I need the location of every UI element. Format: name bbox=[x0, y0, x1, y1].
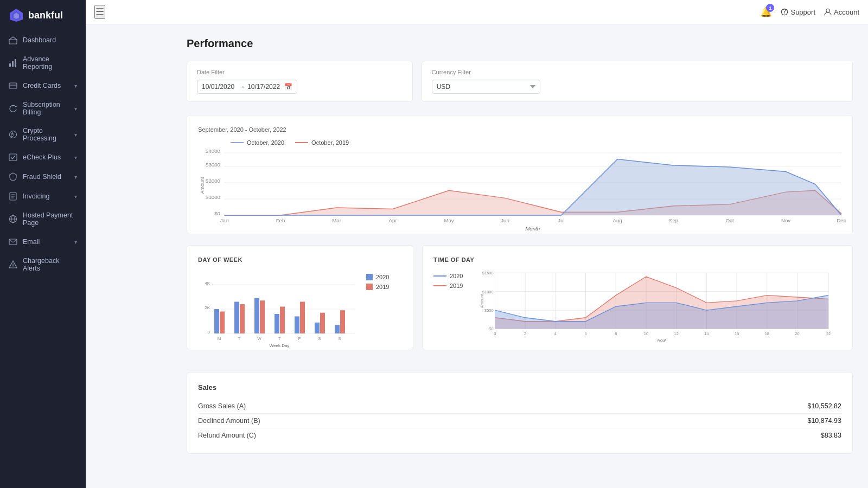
bar-legend-color-2019 bbox=[366, 284, 373, 290]
svg-rect-68 bbox=[320, 313, 325, 333]
svg-text:$3000: $3000 bbox=[206, 162, 220, 168]
time-chart-content: 2020 2019 $0 $500 $1000 $1500 Amount bbox=[433, 268, 841, 339]
svg-text:S: S bbox=[318, 336, 321, 341]
svg-text:M: M bbox=[218, 336, 221, 341]
svg-rect-5 bbox=[12, 61, 14, 67]
sync-icon bbox=[9, 104, 17, 113]
svg-text:Sep: Sep bbox=[669, 218, 678, 223]
time-chart-section: TIME OF DAY 2020 2019 $0 $500 $ bbox=[422, 245, 853, 350]
legend-color-2019 bbox=[295, 142, 308, 143]
sidebar-item-invoicing[interactable]: Invoicing ▾ bbox=[0, 187, 86, 206]
sidebar-item-credit-cards[interactable]: Credit Cards ▾ bbox=[0, 76, 86, 95]
chevron-icon: ▾ bbox=[74, 155, 77, 160]
svg-text:18: 18 bbox=[765, 331, 769, 336]
time-legend-2020: 2020 bbox=[433, 273, 463, 279]
svg-text:12: 12 bbox=[674, 331, 679, 336]
time-chart-svg: $0 $500 $1000 $1500 Amount bbox=[468, 268, 841, 339]
bar-chart-content: 0 2K 4K bbox=[198, 268, 402, 339]
date-filter-card: Date Filter 10/01/2020 → 10/17/2022 📅 bbox=[187, 61, 413, 102]
currency-filter-card: Currency Filter USD EUR GBP bbox=[422, 61, 853, 102]
svg-rect-6 bbox=[15, 59, 16, 67]
svg-rect-70 bbox=[340, 310, 345, 333]
notification-badge: 1 bbox=[766, 4, 774, 12]
svg-text:T: T bbox=[238, 336, 241, 341]
legend-color-2020 bbox=[231, 142, 244, 143]
svg-point-23 bbox=[784, 14, 785, 14]
sales-section: Sales Gross Sales (A) $10,552.82 Decline… bbox=[187, 372, 853, 454]
svg-text:Feb: Feb bbox=[276, 218, 285, 223]
svg-text:Oct: Oct bbox=[726, 218, 734, 223]
sales-row-declined: Declined Amount (B) $10,874.93 bbox=[198, 414, 841, 428]
invoice-icon bbox=[9, 192, 17, 201]
card-icon bbox=[9, 81, 17, 90]
svg-text:Amount: Amount bbox=[199, 177, 205, 194]
support-icon bbox=[781, 8, 788, 16]
sidebar-item-crypto-processing[interactable]: ₿ Crypto Processing ▾ bbox=[0, 121, 86, 147]
chevron-icon: ▾ bbox=[74, 239, 77, 245]
svg-text:S: S bbox=[338, 336, 341, 341]
svg-text:$1000: $1000 bbox=[482, 290, 494, 294]
date-input-row: 10/01/2020 → 10/17/2022 📅 bbox=[197, 80, 403, 94]
sidebar-item-fraud-shield[interactable]: Fraud Shield ▾ bbox=[0, 167, 86, 187]
sales-row-gross: Gross Sales (A) $10,552.82 bbox=[198, 399, 841, 414]
svg-text:4: 4 bbox=[554, 331, 557, 336]
page-title: Performance bbox=[187, 37, 853, 50]
sidebar-item-hosted-payment-page[interactable]: Hosted Payment Page bbox=[0, 206, 86, 232]
svg-text:Aug: Aug bbox=[612, 218, 622, 223]
bar-legend-color-2020 bbox=[366, 274, 373, 280]
crypto-icon: ₿ bbox=[9, 130, 17, 139]
bar-chart-section: DAY OF WEEK 0 2K 4K bbox=[187, 245, 413, 350]
area-chart-section: September, 2020 - October, 2022 October,… bbox=[187, 115, 853, 234]
charts-row: DAY OF WEEK 0 2K 4K bbox=[187, 245, 853, 361]
time-legend-color-2019 bbox=[433, 285, 446, 286]
sidebar-item-echeck-plus[interactable]: eCheck Plus ▾ bbox=[0, 147, 86, 167]
svg-point-24 bbox=[826, 9, 829, 12]
area-chart-legend: October, 2020 October, 2019 bbox=[231, 139, 841, 146]
sidebar-item-dashboard[interactable]: Dashboard bbox=[0, 30, 86, 50]
svg-rect-4 bbox=[9, 63, 11, 67]
sidebar-logo[interactable]: bankful bbox=[0, 0, 86, 30]
svg-text:Nov: Nov bbox=[781, 218, 791, 223]
legend-item-2020: October, 2020 bbox=[231, 139, 284, 146]
svg-text:0: 0 bbox=[208, 330, 210, 335]
home-icon bbox=[9, 36, 17, 44]
svg-text:$0: $0 bbox=[489, 326, 494, 331]
sales-row-refund: Refund Amount (C) $83.83 bbox=[198, 428, 841, 442]
svg-rect-67 bbox=[315, 323, 320, 333]
sidebar-item-advance-reporting[interactable]: Advance Reporting bbox=[0, 50, 86, 76]
bar-legend-2020: 2020 bbox=[366, 274, 389, 280]
svg-rect-57 bbox=[214, 309, 219, 333]
date-start-input[interactable]: 10/01/2020 → 10/17/2022 📅 bbox=[197, 80, 297, 94]
menu-toggle-button[interactable]: ☰ bbox=[94, 5, 105, 19]
time-legend-color-2020 bbox=[433, 275, 446, 277]
main-content: Performance Date Filter 10/01/2020 → 10/… bbox=[171, 24, 868, 488]
svg-text:Apr: Apr bbox=[388, 218, 397, 223]
legend-item-2019: October, 2019 bbox=[295, 139, 349, 146]
sidebar-item-subscription-billing[interactable]: Subscription Billing ▾ bbox=[0, 95, 86, 121]
svg-text:F: F bbox=[298, 336, 301, 341]
svg-text:6: 6 bbox=[585, 331, 587, 336]
svg-text:₿: ₿ bbox=[11, 132, 14, 138]
svg-text:2: 2 bbox=[525, 331, 527, 336]
alert-icon bbox=[9, 260, 17, 269]
sidebar-item-email[interactable]: Email ▾ bbox=[0, 232, 86, 252]
svg-text:Mar: Mar bbox=[332, 218, 341, 223]
account-link[interactable]: Account bbox=[824, 8, 859, 16]
svg-text:T: T bbox=[278, 336, 281, 341]
svg-text:$4000: $4000 bbox=[206, 149, 220, 154]
globe-icon bbox=[9, 215, 17, 223]
chevron-icon: ▾ bbox=[74, 132, 77, 138]
svg-text:$0: $0 bbox=[214, 211, 220, 216]
svg-text:Jun: Jun bbox=[501, 218, 509, 223]
bar-chart-title: DAY OF WEEK bbox=[198, 256, 402, 263]
sidebar: bankful Dashboard Advance Reporting Cred… bbox=[0, 0, 86, 488]
currency-select[interactable]: USD EUR GBP bbox=[432, 80, 540, 94]
notification-button[interactable]: 🔔 1 bbox=[760, 6, 772, 18]
svg-rect-66 bbox=[300, 302, 305, 334]
svg-text:Jul: Jul bbox=[558, 218, 564, 223]
support-link[interactable]: Support bbox=[781, 8, 815, 16]
svg-text:Week Day: Week Day bbox=[270, 343, 290, 348]
sidebar-item-chargeback-alerts[interactable]: Chargeback Alerts bbox=[0, 252, 86, 278]
area-chart-svg: $0 $1000 $2000 $3000 $4000 Amount bbox=[198, 150, 841, 221]
svg-text:$1000: $1000 bbox=[206, 195, 220, 200]
